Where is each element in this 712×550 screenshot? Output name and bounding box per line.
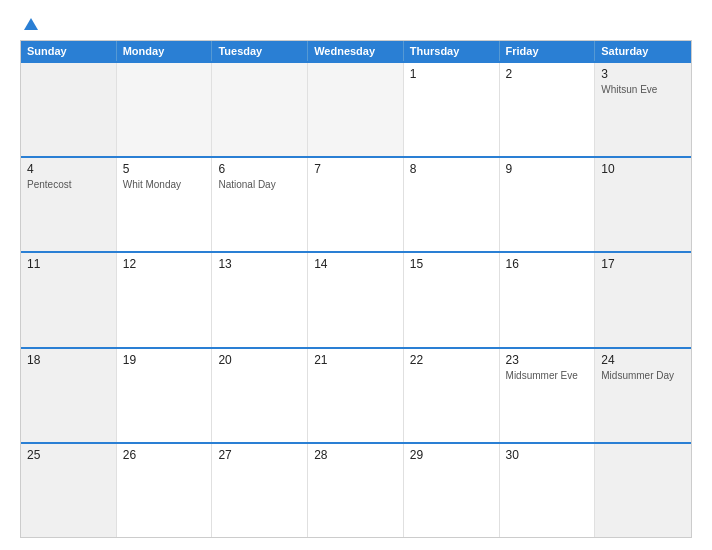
calendar-grid: SundayMondayTuesdayWednesdayThursdayFrid… [20, 40, 692, 538]
day-number: 26 [123, 448, 206, 462]
calendar-body: 123Whitsun Eve4Pentecost5Whit Monday6Nat… [21, 61, 691, 537]
calendar-cell-r4-c1: 26 [117, 444, 213, 537]
day-event: Whit Monday [123, 178, 206, 191]
calendar-cell-r2-c5: 16 [500, 253, 596, 346]
day-number: 3 [601, 67, 685, 81]
day-number: 13 [218, 257, 301, 271]
calendar-cell-r2-c2: 13 [212, 253, 308, 346]
day-event: Midsummer Day [601, 369, 685, 382]
day-number: 2 [506, 67, 589, 81]
calendar-cell-r4-c5: 30 [500, 444, 596, 537]
calendar-cell-r4-c2: 27 [212, 444, 308, 537]
day-number: 8 [410, 162, 493, 176]
calendar-cell-r3-c3: 21 [308, 349, 404, 442]
day-number: 15 [410, 257, 493, 271]
day-number: 29 [410, 448, 493, 462]
day-event: Midsummer Eve [506, 369, 589, 382]
day-number: 10 [601, 162, 685, 176]
calendar-row-0: 123Whitsun Eve [21, 61, 691, 156]
weekday-header-wednesday: Wednesday [308, 41, 404, 61]
day-number: 6 [218, 162, 301, 176]
weekday-header-tuesday: Tuesday [212, 41, 308, 61]
calendar-cell-r1-c5: 9 [500, 158, 596, 251]
weekday-header-sunday: Sunday [21, 41, 117, 61]
calendar-cell-r0-c1 [117, 63, 213, 156]
day-number: 17 [601, 257, 685, 271]
logo-triangle-icon [24, 18, 38, 30]
day-number: 30 [506, 448, 589, 462]
weekday-header-friday: Friday [500, 41, 596, 61]
calendar-cell-r2-c6: 17 [595, 253, 691, 346]
day-event: Whitsun Eve [601, 83, 685, 96]
calendar-cell-r2-c0: 11 [21, 253, 117, 346]
calendar-cell-r1-c6: 10 [595, 158, 691, 251]
calendar-cell-r0-c5: 2 [500, 63, 596, 156]
day-number: 4 [27, 162, 110, 176]
day-number: 12 [123, 257, 206, 271]
calendar-cell-r1-c2: 6National Day [212, 158, 308, 251]
calendar-row-1: 4Pentecost5Whit Monday6National Day78910 [21, 156, 691, 251]
weekday-header-saturday: Saturday [595, 41, 691, 61]
calendar-cell-r4-c6 [595, 444, 691, 537]
calendar-row-4: 252627282930 [21, 442, 691, 537]
calendar-row-2: 11121314151617 [21, 251, 691, 346]
day-number: 1 [410, 67, 493, 81]
calendar-cell-r2-c4: 15 [404, 253, 500, 346]
day-number: 16 [506, 257, 589, 271]
calendar-cell-r4-c3: 28 [308, 444, 404, 537]
calendar-cell-r3-c5: 23Midsummer Eve [500, 349, 596, 442]
calendar-cell-r0-c0 [21, 63, 117, 156]
day-number: 18 [27, 353, 110, 367]
day-number: 14 [314, 257, 397, 271]
calendar-cell-r4-c4: 29 [404, 444, 500, 537]
day-number: 11 [27, 257, 110, 271]
calendar-cell-r1-c4: 8 [404, 158, 500, 251]
calendar-row-3: 181920212223Midsummer Eve24Midsummer Day [21, 347, 691, 442]
day-number: 27 [218, 448, 301, 462]
calendar-cell-r1-c1: 5Whit Monday [117, 158, 213, 251]
day-number: 20 [218, 353, 301, 367]
weekday-header-monday: Monday [117, 41, 213, 61]
logo [20, 18, 40, 32]
day-number: 5 [123, 162, 206, 176]
day-number: 24 [601, 353, 685, 367]
calendar-cell-r0-c2 [212, 63, 308, 156]
calendar-cell-r2-c1: 12 [117, 253, 213, 346]
day-number: 21 [314, 353, 397, 367]
page-header [20, 18, 692, 32]
calendar-cell-r3-c4: 22 [404, 349, 500, 442]
day-number: 25 [27, 448, 110, 462]
day-number: 19 [123, 353, 206, 367]
calendar-cell-r0-c4: 1 [404, 63, 500, 156]
calendar-cell-r3-c2: 20 [212, 349, 308, 442]
calendar-cell-r3-c1: 19 [117, 349, 213, 442]
calendar-cell-r4-c0: 25 [21, 444, 117, 537]
day-event: National Day [218, 178, 301, 191]
calendar-cell-r3-c0: 18 [21, 349, 117, 442]
day-number: 7 [314, 162, 397, 176]
calendar-cell-r2-c3: 14 [308, 253, 404, 346]
calendar-page: SundayMondayTuesdayWednesdayThursdayFrid… [0, 0, 712, 550]
calendar-cell-r3-c6: 24Midsummer Day [595, 349, 691, 442]
day-number: 22 [410, 353, 493, 367]
calendar-cell-r0-c3 [308, 63, 404, 156]
calendar-header-row: SundayMondayTuesdayWednesdayThursdayFrid… [21, 41, 691, 61]
weekday-header-thursday: Thursday [404, 41, 500, 61]
day-event: Pentecost [27, 178, 110, 191]
calendar-cell-r1-c0: 4Pentecost [21, 158, 117, 251]
calendar-cell-r0-c6: 3Whitsun Eve [595, 63, 691, 156]
day-number: 28 [314, 448, 397, 462]
day-number: 9 [506, 162, 589, 176]
calendar-cell-r1-c3: 7 [308, 158, 404, 251]
day-number: 23 [506, 353, 589, 367]
